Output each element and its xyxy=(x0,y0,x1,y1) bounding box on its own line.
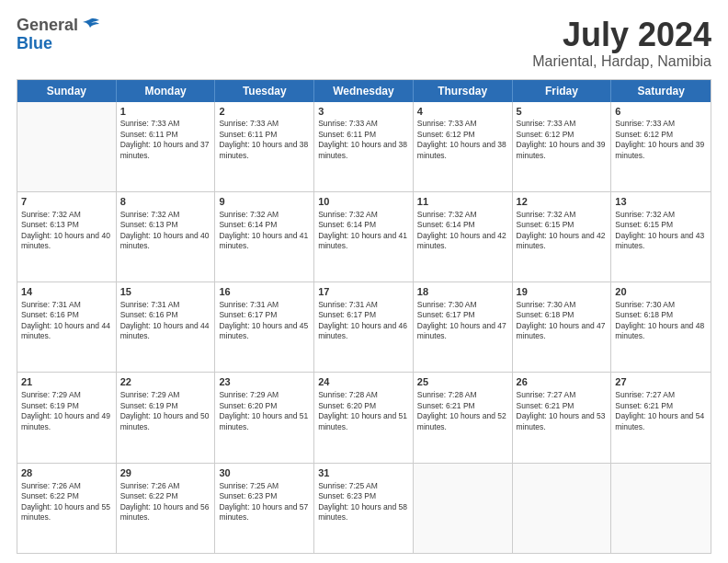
day-number: 22 xyxy=(120,375,211,389)
day-number: 7 xyxy=(21,195,112,209)
cell-info: Sunrise: 7:31 AMSunset: 6:16 PMDaylight:… xyxy=(21,300,112,342)
cal-week-1: 1Sunrise: 7:33 AMSunset: 6:11 PMDaylight… xyxy=(17,102,711,192)
cal-cell: 24Sunrise: 7:28 AMSunset: 6:20 PMDayligh… xyxy=(314,373,414,462)
cell-info: Sunrise: 7:31 AMSunset: 6:17 PMDaylight:… xyxy=(219,300,310,342)
cal-cell: 8Sunrise: 7:32 AMSunset: 6:13 PMDaylight… xyxy=(117,192,216,282)
cal-cell: 29Sunrise: 7:26 AMSunset: 6:22 PMDayligh… xyxy=(117,464,216,553)
cell-info: Sunrise: 7:25 AMSunset: 6:23 PMDaylight:… xyxy=(219,481,310,523)
logo-bird-icon xyxy=(80,17,100,34)
cell-info: Sunrise: 7:32 AMSunset: 6:13 PMDaylight:… xyxy=(120,210,211,252)
day-number: 24 xyxy=(318,375,409,389)
cell-info: Sunrise: 7:26 AMSunset: 6:22 PMDaylight:… xyxy=(21,481,112,523)
cal-cell: 6Sunrise: 7:33 AMSunset: 6:12 PMDaylight… xyxy=(611,102,711,191)
cal-week-2: 7Sunrise: 7:32 AMSunset: 6:13 PMDaylight… xyxy=(17,192,711,282)
cal-cell: 11Sunrise: 7:32 AMSunset: 6:14 PMDayligh… xyxy=(414,192,513,282)
cal-cell: 9Sunrise: 7:32 AMSunset: 6:14 PMDaylight… xyxy=(215,192,314,282)
cell-info: Sunrise: 7:31 AMSunset: 6:17 PMDaylight:… xyxy=(318,300,409,342)
logo: General Blue xyxy=(17,17,100,53)
day-number: 19 xyxy=(517,285,608,299)
cal-header-cell-saturday: Saturday xyxy=(611,80,711,102)
cell-info: Sunrise: 7:30 AMSunset: 6:18 PMDaylight:… xyxy=(517,300,608,342)
cell-info: Sunrise: 7:32 AMSunset: 6:14 PMDaylight:… xyxy=(318,210,409,252)
cal-cell xyxy=(17,102,117,191)
cal-cell: 1Sunrise: 7:33 AMSunset: 6:11 PMDaylight… xyxy=(117,102,216,191)
cal-cell: 12Sunrise: 7:32 AMSunset: 6:15 PMDayligh… xyxy=(513,192,612,282)
cal-cell: 3Sunrise: 7:33 AMSunset: 6:11 PMDaylight… xyxy=(314,102,414,191)
subtitle: Mariental, Hardap, Namibia xyxy=(532,53,711,70)
cell-info: Sunrise: 7:33 AMSunset: 6:11 PMDaylight:… xyxy=(120,119,211,161)
cal-cell: 23Sunrise: 7:29 AMSunset: 6:20 PMDayligh… xyxy=(215,373,314,462)
cell-info: Sunrise: 7:32 AMSunset: 6:14 PMDaylight:… xyxy=(219,210,310,252)
day-number: 11 xyxy=(417,195,508,209)
day-number: 26 xyxy=(517,375,608,389)
cal-header-cell-thursday: Thursday xyxy=(414,80,513,102)
page: General Blue July 2024 Mariental, Hardap… xyxy=(0,0,728,563)
day-number: 28 xyxy=(21,466,112,480)
cal-cell: 20Sunrise: 7:30 AMSunset: 6:18 PMDayligh… xyxy=(611,282,711,372)
logo-general-text: General xyxy=(17,17,78,35)
cal-cell: 31Sunrise: 7:25 AMSunset: 6:23 PMDayligh… xyxy=(314,464,414,553)
cal-cell: 19Sunrise: 7:30 AMSunset: 6:18 PMDayligh… xyxy=(513,282,612,372)
cell-info: Sunrise: 7:32 AMSunset: 6:14 PMDaylight:… xyxy=(417,210,508,252)
day-number: 16 xyxy=(219,285,310,299)
cell-info: Sunrise: 7:32 AMSunset: 6:15 PMDaylight:… xyxy=(517,210,608,252)
cal-week-4: 21Sunrise: 7:29 AMSunset: 6:19 PMDayligh… xyxy=(17,373,711,463)
day-number: 10 xyxy=(318,195,409,209)
cal-header-cell-wednesday: Wednesday xyxy=(314,80,414,102)
cell-info: Sunrise: 7:29 AMSunset: 6:19 PMDaylight:… xyxy=(21,390,112,432)
cell-info: Sunrise: 7:31 AMSunset: 6:16 PMDaylight:… xyxy=(120,300,211,342)
calendar-header-row: SundayMondayTuesdayWednesdayThursdayFrid… xyxy=(17,80,711,102)
cell-info: Sunrise: 7:32 AMSunset: 6:13 PMDaylight:… xyxy=(21,210,112,252)
cal-week-3: 14Sunrise: 7:31 AMSunset: 6:16 PMDayligh… xyxy=(17,282,711,373)
cal-cell: 25Sunrise: 7:28 AMSunset: 6:21 PMDayligh… xyxy=(414,373,513,462)
cal-cell: 28Sunrise: 7:26 AMSunset: 6:22 PMDayligh… xyxy=(17,464,117,553)
calendar-body: 1Sunrise: 7:33 AMSunset: 6:11 PMDaylight… xyxy=(17,102,711,553)
cell-info: Sunrise: 7:27 AMSunset: 6:21 PMDaylight:… xyxy=(615,390,707,432)
cal-cell xyxy=(611,464,711,553)
day-number: 30 xyxy=(219,466,310,480)
title-block: July 2024 Mariental, Hardap, Namibia xyxy=(532,17,711,70)
cell-info: Sunrise: 7:30 AMSunset: 6:17 PMDaylight:… xyxy=(417,300,508,342)
cal-cell: 10Sunrise: 7:32 AMSunset: 6:14 PMDayligh… xyxy=(314,192,414,282)
day-number: 9 xyxy=(219,195,310,209)
cell-info: Sunrise: 7:27 AMSunset: 6:21 PMDaylight:… xyxy=(517,390,608,432)
cal-cell: 30Sunrise: 7:25 AMSunset: 6:23 PMDayligh… xyxy=(215,464,314,553)
day-number: 27 xyxy=(615,375,707,389)
cal-cell: 4Sunrise: 7:33 AMSunset: 6:12 PMDaylight… xyxy=(414,102,513,191)
cell-info: Sunrise: 7:33 AMSunset: 6:12 PMDaylight:… xyxy=(417,119,508,161)
cell-info: Sunrise: 7:33 AMSunset: 6:12 PMDaylight:… xyxy=(615,119,707,161)
cal-cell: 13Sunrise: 7:32 AMSunset: 6:15 PMDayligh… xyxy=(611,192,711,282)
day-number: 29 xyxy=(120,466,211,480)
day-number: 23 xyxy=(219,375,310,389)
cal-cell: 15Sunrise: 7:31 AMSunset: 6:16 PMDayligh… xyxy=(117,282,216,372)
cal-cell: 5Sunrise: 7:33 AMSunset: 6:12 PMDaylight… xyxy=(513,102,612,191)
cal-header-cell-friday: Friday xyxy=(513,80,612,102)
cell-info: Sunrise: 7:30 AMSunset: 6:18 PMDaylight:… xyxy=(615,300,707,342)
cell-info: Sunrise: 7:33 AMSunset: 6:11 PMDaylight:… xyxy=(318,119,409,161)
cell-info: Sunrise: 7:28 AMSunset: 6:20 PMDaylight:… xyxy=(318,390,409,432)
cal-header-cell-tuesday: Tuesday xyxy=(215,80,314,102)
day-number: 8 xyxy=(120,195,211,209)
cal-cell: 16Sunrise: 7:31 AMSunset: 6:17 PMDayligh… xyxy=(215,282,314,372)
cal-cell: 14Sunrise: 7:31 AMSunset: 6:16 PMDayligh… xyxy=(17,282,117,372)
logo-blue-text: Blue xyxy=(17,35,52,53)
day-number: 18 xyxy=(417,285,508,299)
day-number: 3 xyxy=(318,105,409,119)
cal-week-5: 28Sunrise: 7:26 AMSunset: 6:22 PMDayligh… xyxy=(17,464,711,553)
cal-header-cell-monday: Monday xyxy=(117,80,216,102)
cal-cell: 26Sunrise: 7:27 AMSunset: 6:21 PMDayligh… xyxy=(513,373,612,462)
day-number: 25 xyxy=(417,375,508,389)
day-number: 6 xyxy=(615,105,707,119)
cell-info: Sunrise: 7:25 AMSunset: 6:23 PMDaylight:… xyxy=(318,481,409,523)
cal-cell xyxy=(414,464,513,553)
cal-cell: 27Sunrise: 7:27 AMSunset: 6:21 PMDayligh… xyxy=(611,373,711,462)
day-number: 13 xyxy=(615,195,707,209)
cal-header-cell-sunday: Sunday xyxy=(17,80,117,102)
day-number: 12 xyxy=(517,195,608,209)
cal-cell xyxy=(513,464,612,553)
cal-cell: 7Sunrise: 7:32 AMSunset: 6:13 PMDaylight… xyxy=(17,192,117,282)
day-number: 15 xyxy=(120,285,211,299)
cell-info: Sunrise: 7:29 AMSunset: 6:20 PMDaylight:… xyxy=(219,390,310,432)
calendar: SundayMondayTuesdayWednesdayThursdayFrid… xyxy=(17,79,711,554)
day-number: 4 xyxy=(417,105,508,119)
